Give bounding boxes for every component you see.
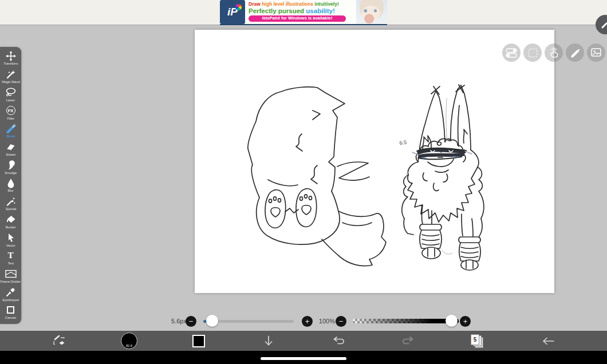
hand-gesture-icon xyxy=(549,48,559,58)
brush-settings-row: 5.6px − + 100% − + xyxy=(0,314,607,330)
tool-lasso[interactable]: Lasso xyxy=(0,88,21,102)
undo-button[interactable] xyxy=(326,331,351,351)
brush-icon xyxy=(6,124,16,133)
drawing-cat-front-view: 6.5 xyxy=(399,85,484,270)
color-swatch-button[interactable] xyxy=(186,331,211,351)
drawing-cat-back-view xyxy=(248,87,386,266)
magic-wand-icon xyxy=(6,69,16,79)
image-icon xyxy=(591,48,601,57)
brush-size-thumb[interactable] xyxy=(206,315,218,327)
ad-pill: ibisPaint for Windows is available! xyxy=(249,15,346,22)
frame-divider-icon xyxy=(5,269,17,279)
selection-button[interactable] xyxy=(523,43,542,62)
opacity-slider[interactable] xyxy=(353,319,459,323)
current-color-swatch xyxy=(192,335,205,347)
ibispaint-logo: iP xyxy=(220,0,245,24)
system-bar xyxy=(0,351,607,364)
top-bar: iP Draw high level illustrations intuiti… xyxy=(0,0,607,25)
ad-banner[interactable]: iP Draw high level illustrations intuiti… xyxy=(220,0,387,25)
ruler-button[interactable] xyxy=(566,43,584,62)
tool-special[interactable]: Special xyxy=(0,196,21,211)
edit-pencil-button[interactable] xyxy=(596,15,607,34)
toggles-icon xyxy=(506,48,517,58)
brush-preview-circle: 81.9 xyxy=(121,333,137,349)
ad-line2: Perfectly pursued usability! xyxy=(249,7,353,15)
back-arrow-icon xyxy=(541,337,555,346)
blur-drop-icon xyxy=(7,178,15,188)
canvas-annotation: 6.5 xyxy=(399,139,407,146)
gesture-button[interactable] xyxy=(545,43,563,62)
tool-vector[interactable]: Vector xyxy=(0,233,21,247)
redo-button[interactable] xyxy=(396,331,421,351)
tool-eraser[interactable]: Eraser xyxy=(0,142,21,156)
redo-icon xyxy=(401,336,416,346)
toggle-switches-button[interactable] xyxy=(502,43,521,62)
tool-smudge[interactable]: Smudge xyxy=(0,160,21,175)
tool-blur[interactable]: Blur xyxy=(0,178,21,192)
tool-canvas[interactable]: Canvas xyxy=(0,305,21,319)
pencil-icon xyxy=(601,20,607,29)
ruler-pencil-icon xyxy=(570,48,580,58)
brush-preview-badge: 81.9 xyxy=(122,344,136,347)
drawing-canvas[interactable]: 6.5 xyxy=(195,30,554,293)
tool-sidebar: Transform Magic Wand Lasso FX Filter Bru… xyxy=(0,47,21,324)
opacity-value: 100% xyxy=(312,318,335,325)
layers-icon: 5 xyxy=(471,334,486,348)
tool-brush[interactable]: Brush xyxy=(0,124,21,138)
tool-magic-wand[interactable]: Magic Wand xyxy=(0,69,21,84)
bottom-toolbar: 81.9 5 xyxy=(0,331,607,351)
eraser-icon xyxy=(6,142,16,152)
opacity-thumb[interactable] xyxy=(446,315,458,327)
tool-frame-divider[interactable]: Frame Divider xyxy=(0,269,21,283)
material-button[interactable] xyxy=(587,43,605,62)
selection-icon xyxy=(529,49,537,57)
home-indicator[interactable] xyxy=(261,357,346,360)
tool-transform[interactable]: Transform xyxy=(0,51,21,65)
opacity-minus-button[interactable]: − xyxy=(336,316,346,327)
ad-character-image xyxy=(356,0,387,24)
swap-brush-eraser-button[interactable] xyxy=(46,331,72,351)
tool-bucket[interactable]: Bucket xyxy=(0,215,21,229)
canvas-artwork: 6.5 xyxy=(195,30,554,293)
smudge-icon xyxy=(7,160,15,170)
bucket-icon xyxy=(6,215,16,224)
tool-eyedropper[interactable]: Eyedropper xyxy=(0,287,21,302)
ad-text: Draw high level illustrations intuitivel… xyxy=(245,0,356,24)
down-arrow-icon xyxy=(263,335,274,347)
brush-size-minus-button[interactable]: − xyxy=(186,316,196,327)
brush-preview-button[interactable]: 81.9 xyxy=(116,331,141,351)
eyedropper-icon xyxy=(6,287,15,297)
canvas-icon xyxy=(7,305,14,315)
undo-icon xyxy=(331,336,346,346)
color-wheel-icon xyxy=(235,4,242,10)
opacity-plus-button[interactable]: + xyxy=(460,316,471,327)
vector-cursor-icon xyxy=(7,233,15,243)
back-button[interactable] xyxy=(535,331,561,351)
tool-text[interactable]: T Text xyxy=(0,251,21,265)
brush-size-plus-button[interactable]: + xyxy=(302,316,313,327)
swap-brush-eraser-icon xyxy=(52,334,66,347)
special-pen-icon xyxy=(6,196,16,206)
layer-count: 5 xyxy=(471,334,479,345)
brush-size-value: 5.6px xyxy=(164,318,187,325)
lasso-icon xyxy=(5,88,17,97)
layers-button[interactable]: 5 xyxy=(466,331,491,351)
fullscreen-button[interactable] xyxy=(256,331,281,351)
tool-filter[interactable]: FX Filter xyxy=(0,106,21,120)
text-icon: T xyxy=(7,251,13,260)
filter-fx-icon: FX xyxy=(6,106,15,116)
transform-icon xyxy=(6,51,16,61)
ad-line1: Draw high level illustrations intuitivel… xyxy=(249,2,353,7)
